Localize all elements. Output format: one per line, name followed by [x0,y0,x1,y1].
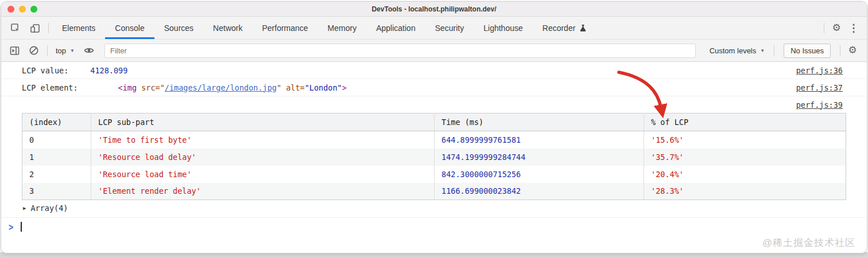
toolbar-separator [48,23,49,33]
tab-label: Sources [164,24,193,33]
source-link[interactable]: perf.js:36 [796,66,843,75]
inspect-element-button[interactable] [6,19,25,37]
device-toolbar-icon [29,22,41,34]
tabbar-right-controls: ⚙ ⋮ [820,19,867,37]
window-title: DevTools - localhost.philipwalton.dev/ [1,5,867,13]
context-label: top [56,46,66,55]
tab-label: Console [115,24,144,33]
table-row: 2 'Resource load time' 842.3000000715256… [22,166,846,183]
log-text: LCP element: [22,83,78,92]
source-link[interactable]: perf.js:37 [796,83,843,92]
cell-time: 1474.1999999284744 [435,148,644,166]
cell-pct: '15.6%' [644,131,846,148]
console-settings-button[interactable]: ⚙ [844,42,861,59]
console-table: (index) LCP sub-part Time (ms) % of LCP … [22,113,846,200]
tab-performance[interactable]: Performance [252,17,317,39]
cell-index: 2 [22,166,91,183]
table-source-row: perf.js:39 [1,96,867,113]
source-link[interactable]: perf.js:39 [796,100,843,110]
settings-button[interactable]: ⚙ [828,19,845,37]
array-preview[interactable]: ▶ Array(4) [1,200,867,216]
console-sidebar-toggle-button[interactable] [5,41,24,60]
gear-icon: ⚙ [832,22,840,33]
zoom-window-button[interactable] [30,6,37,13]
cell-pct: '20.4%' [644,166,846,183]
issues-counter-button[interactable]: No Issues [784,44,831,58]
tab-network[interactable]: Network [203,17,252,39]
cell-pct: '35.7%' [644,148,846,166]
watermark: @稀土掘金技术社区 [762,236,855,249]
table-row: 3 'Element render delay' 1166.6990000238… [22,183,846,200]
prompt-chevron-icon: > [9,221,13,233]
log-levels-dropdown[interactable]: Custom levels ▼ [704,46,771,55]
column-header-subpart[interactable]: LCP sub-part [91,114,435,131]
kebab-menu-icon: ⋮ [848,22,859,34]
cell-time: 1166.699000023842 [435,183,644,200]
tab-console[interactable]: Console [105,17,154,39]
table-row: 1 'Resource load delay' 1474.19999992847… [22,148,846,166]
tab-memory[interactable]: Memory [318,17,367,39]
cell-time: 842.3000000715256 [435,166,644,183]
tag-close: > [342,83,347,92]
panel-tabs: Elements Console Sources Network Perform… [52,17,596,39]
tab-application[interactable]: Application [366,17,425,39]
devtools-tabbar: Elements Console Sources Network Perform… [1,17,867,40]
tab-label: Network [213,24,242,33]
cell-subpart: 'Resource load delay' [91,148,435,166]
device-toolbar-button[interactable] [25,19,45,37]
array-label: Array(4) [30,204,68,213]
cell-time: 644.8999999761581 [435,131,644,148]
cell-index: 3 [22,183,91,200]
toolbar-separator [774,45,774,56]
tab-label: Elements [62,24,95,33]
more-options-button[interactable]: ⋮ [845,19,862,37]
cell-subpart: 'Resource load time' [91,166,435,183]
close-window-button[interactable] [7,6,14,13]
cell-subpart: 'Element render delay' [91,183,435,200]
traffic-lights [7,6,37,13]
tab-label: Performance [262,24,308,33]
execution-context-selector[interactable]: top ▼ [51,46,79,55]
tab-elements[interactable]: Elements [52,17,105,39]
clear-console-button[interactable] [24,41,44,60]
expand-triangle-icon[interactable]: ▶ [23,205,26,211]
column-header-pct[interactable]: % of LCP [644,114,846,131]
console-toolbar: top ▼ Custom levels ▼ No Issues ⚙ [1,40,867,62]
sidebar-panel-icon [9,45,20,56]
column-header-index[interactable]: (index) [22,114,91,131]
cell-pct: '28.3%' [644,183,846,200]
chevron-down-icon: ▼ [70,48,75,53]
tab-label: Security [435,24,464,33]
live-expression-button[interactable] [79,41,99,60]
block-icon [29,45,39,56]
cell-subpart: 'Time to first byte' [91,131,435,148]
tab-label: Lighthouse [483,24,523,33]
minimize-window-button[interactable] [19,6,26,13]
column-header-time[interactable]: Time (ms) [435,114,644,131]
attr-src-close: " [277,83,281,92]
image-src-link[interactable]: /images/large/london.jpg [165,83,277,92]
titlebar: DevTools - localhost.philipwalton.dev/ [1,2,867,17]
experiment-beaker-icon [579,24,587,32]
tab-label: Memory [328,24,357,33]
log-text: LCP value: [22,66,68,75]
filter-input[interactable] [104,44,696,58]
console-message-lcp-value: LCP value: 4128.099 perf.js:36 [1,62,867,79]
attr-alt: alt= [281,83,305,92]
toolbar-separator [824,23,824,33]
console-prompt[interactable]: > [1,218,867,236]
tab-sources[interactable]: Sources [154,17,203,39]
html-element-preview[interactable]: <img src="/images/large/london.jpg" alt=… [118,83,347,92]
cell-index: 1 [22,148,91,166]
table-row: 0 'Time to first byte' 644.8999999761581… [22,131,846,148]
eye-icon [83,45,95,56]
tab-lighthouse[interactable]: Lighthouse [474,17,533,39]
toolbar-separator [840,45,840,56]
inspect-cursor-icon [10,22,21,34]
tab-label: Application [376,24,416,33]
tab-recorder[interactable]: Recorder [533,17,597,39]
devtools-window: DevTools - localhost.philipwalton.dev/ E… [1,1,867,253]
cell-index: 0 [22,131,91,148]
console-message-table: perf.js:39 (index) LCP sub-part Time (ms… [1,96,867,218]
tab-security[interactable]: Security [425,17,474,39]
